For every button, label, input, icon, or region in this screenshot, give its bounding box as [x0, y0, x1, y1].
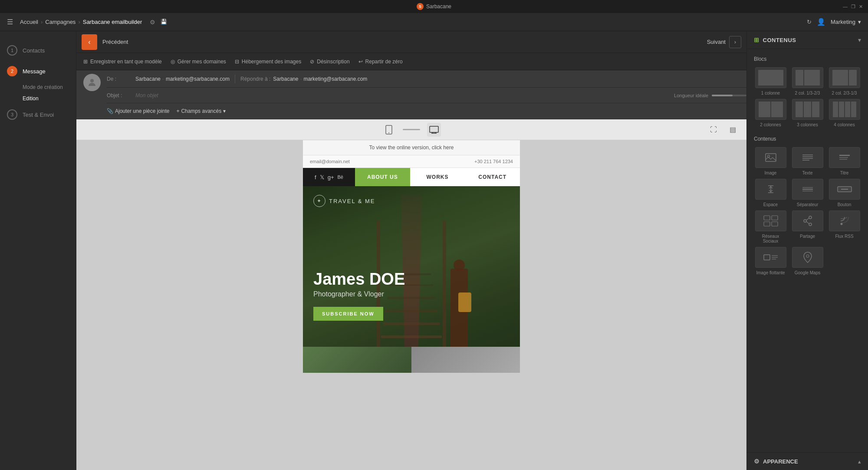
- back-button[interactable]: ‹: [82, 34, 97, 50]
- settings-icon[interactable]: ⚙: [150, 19, 155, 26]
- manage-domains-label: Gérer mes domaines: [178, 59, 226, 65]
- precedent-label: Précédent: [102, 39, 128, 45]
- nav-icons: ⚙ 💾: [150, 19, 167, 26]
- contenu-image[interactable]: Image: [754, 147, 787, 175]
- contenu-reseaux-sociaux[interactable]: Réseaux Sociaux: [754, 210, 787, 243]
- bloc-2-col-1-3-preview: [792, 67, 823, 88]
- mobile-device-btn[interactable]: [382, 123, 396, 137]
- right-panel-content: Blocs 1 colonne: [747, 49, 868, 452]
- contenu-bouton[interactable]: Bouton: [828, 179, 861, 207]
- contenu-titre[interactable]: Titre: [828, 147, 861, 175]
- apparence-section-header[interactable]: ⚙ APPARENCE ▴: [747, 452, 868, 470]
- bloc-2-col-2-3[interactable]: 2 col. 2/3-1/3: [828, 67, 861, 95]
- contenu-separateur[interactable]: Séparateur: [791, 179, 824, 207]
- from-sep: -: [162, 76, 164, 82]
- person-backpack: [458, 293, 471, 312]
- app-title: Sarbacane: [426, 3, 451, 10]
- contenu-partage[interactable]: Partage: [791, 210, 824, 243]
- sidebar-sub-edition[interactable]: Edition: [23, 93, 76, 104]
- espace-label: Espace: [763, 202, 778, 207]
- advanced-fields-btn[interactable]: + Champs avancés ▾: [176, 108, 226, 114]
- nav-bar: ☰ Accueil › Campagnes › Sarbacane emailb…: [0, 13, 868, 31]
- close-icon[interactable]: ✕: [859, 4, 863, 10]
- attachment-row: 📎 Ajouter une pièce jointe + Champs avan…: [107, 103, 746, 119]
- contenu-texte[interactable]: Texte: [791, 147, 824, 175]
- contenus-items-grid: Image Texte: [754, 147, 861, 275]
- flux-rss-label: Flux RSS: [835, 234, 853, 239]
- contenu-google-maps[interactable]: Google Maps: [791, 247, 824, 275]
- bloc-2-col-1-3[interactable]: 2 col. 1/3-2/3: [791, 67, 824, 95]
- nav-links: ABOUT US WORKS CONTACT: [355, 168, 520, 186]
- hamburger-icon[interactable]: ☰: [7, 18, 13, 26]
- step-2-label: Message: [23, 68, 46, 75]
- fullscreen-btn[interactable]: ⛶: [707, 123, 720, 137]
- image-hosting-btn[interactable]: ⊟ Hébergement des images: [235, 59, 301, 65]
- bloc-1-colonne[interactable]: 1 colonne: [754, 67, 787, 95]
- restart-btn[interactable]: ↩ Repartir de zéro: [358, 59, 403, 65]
- bloc-3-colonnes[interactable]: 3 colonnes: [791, 99, 824, 127]
- center-area: ‹ Précédent Suivant › ⊞ Enregistrer en t…: [76, 31, 746, 470]
- window-controls: — ❐ ✕: [843, 4, 863, 10]
- subject-row: Objet : Mon objet Longueur idéale: [107, 88, 746, 103]
- restart-icon: ↩: [358, 59, 363, 65]
- contenu-espace[interactable]: Espace: [754, 179, 787, 207]
- reply-name[interactable]: Sarbacane: [273, 76, 298, 82]
- desktop-device-btn[interactable]: [427, 123, 441, 137]
- from-name[interactable]: Sarbacane: [135, 76, 161, 82]
- nav-about-link[interactable]: ABOUT US: [355, 168, 410, 186]
- behance-icon[interactable]: Bē: [337, 174, 343, 180]
- save-template-label: Enregistrer en tant que modèle: [90, 59, 162, 65]
- google-plus-icon[interactable]: g+: [328, 174, 334, 181]
- nav-contact-link[interactable]: CONTACT: [465, 168, 520, 186]
- breadcrumb-emailbuilder[interactable]: Sarbacane emailbuilder: [83, 19, 142, 25]
- image-flottante-icon-box: [755, 247, 786, 268]
- save-icon[interactable]: 💾: [161, 19, 167, 26]
- sidebar-step-message[interactable]: 2 Message: [0, 61, 76, 82]
- account-icon[interactable]: 👤: [817, 18, 825, 26]
- save-template-btn[interactable]: ⊞ Enregistrer en tant que modèle: [83, 59, 162, 65]
- minimize-icon[interactable]: —: [843, 4, 848, 10]
- breadcrumb-campagnes[interactable]: Campagnes: [45, 19, 76, 25]
- manage-domains-btn[interactable]: ◎ Gérer mes domaines: [171, 59, 226, 65]
- subject-input[interactable]: Mon objet: [135, 92, 158, 99]
- unsubscribe-btn[interactable]: ⊘ Désinscription: [310, 59, 349, 65]
- right-panel: ⊞ CONTENUS ▾ Blocs 1 colonne: [746, 31, 868, 470]
- sidebar-sub-items: Mode de création Edition: [0, 82, 76, 104]
- reply-email[interactable]: marketing@sarbacane.com: [303, 76, 367, 82]
- from-email[interactable]: marketing@sarbacane.com: [166, 76, 230, 82]
- sidebar-sub-mode-creation[interactable]: Mode de création: [23, 82, 76, 93]
- subscribe-button[interactable]: SUBSCRIBE NOW: [313, 307, 383, 321]
- user-menu[interactable]: Marketing ▾: [831, 19, 861, 25]
- contenus-collapse-btn[interactable]: ▾: [858, 36, 861, 43]
- panel-toggle-btn[interactable]: ▤: [726, 123, 740, 137]
- restore-icon[interactable]: ❐: [851, 4, 855, 10]
- preview-canvas: To view the online version, click here e…: [76, 140, 746, 470]
- svg-rect-7: [766, 154, 776, 161]
- contenu-flux-rss[interactable]: Flux RSS: [828, 210, 861, 243]
- suivant-label[interactable]: Suivant: [707, 39, 726, 45]
- bloc-2-col-1-3-label: 2 col. 1/3-2/3: [795, 91, 820, 95]
- separateur-label: Séparateur: [797, 202, 818, 207]
- bloc-3-colonnes-preview: [792, 99, 823, 120]
- sender-avatar: [83, 74, 101, 91]
- bloc-2-colonnes[interactable]: 2 colonnes: [754, 99, 787, 127]
- add-attachment-btn[interactable]: 📎 Ajouter une pièce jointe: [107, 108, 169, 114]
- contenu-image-flottante[interactable]: Image flottante: [754, 247, 787, 275]
- preview-toolbar: ⛶ ▤: [76, 119, 746, 140]
- longueur-label: Longueur idéale: [674, 93, 708, 98]
- nav-works-link[interactable]: WORKS: [410, 168, 465, 186]
- hero-subtitle: Photographer & Vloger: [313, 290, 405, 298]
- sidebar-step-contacts[interactable]: 1 Contacts: [0, 40, 76, 61]
- contenus-title-row: ⊞ CONTENUS: [754, 36, 796, 43]
- flux-rss-icon-box: [829, 210, 860, 231]
- bloc-2-col-2-3-preview: [829, 67, 860, 88]
- breadcrumb-accueil[interactable]: Accueil: [20, 19, 38, 25]
- titre-icon-box: [829, 147, 860, 168]
- twitter-icon[interactable]: 𝕏: [320, 174, 324, 181]
- refresh-icon[interactable]: ↻: [807, 19, 812, 25]
- breadcrumb-sep-1: ›: [41, 19, 43, 25]
- facebook-icon[interactable]: f: [315, 174, 316, 181]
- sidebar-step-test-envoi[interactable]: 3 Test & Envoi: [0, 104, 76, 125]
- suivant-arrow-button[interactable]: ›: [729, 36, 741, 48]
- bloc-4-colonnes[interactable]: 4 colonnes: [828, 99, 861, 127]
